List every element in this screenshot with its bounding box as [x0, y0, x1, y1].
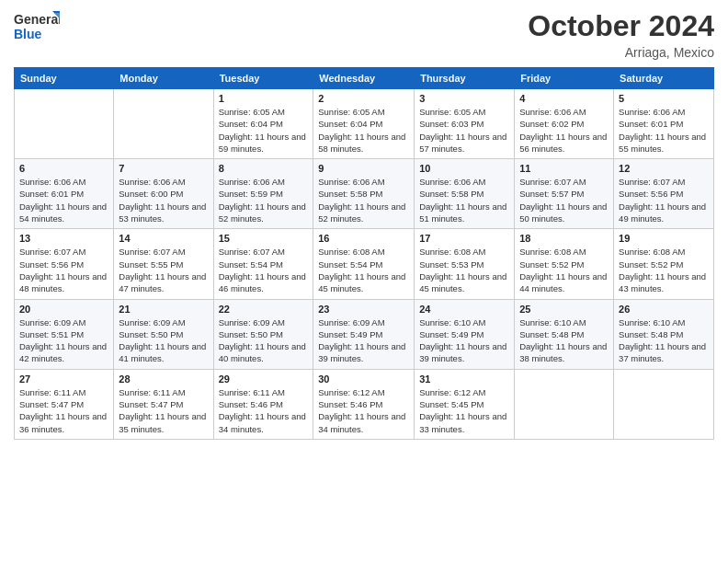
day-number: 9	[318, 163, 409, 174]
column-header-monday: Monday	[114, 68, 213, 89]
day-cell: 14Sunrise: 6:07 AM Sunset: 5:55 PM Dayli…	[114, 229, 213, 299]
day-info: Sunrise: 6:09 AM Sunset: 5:50 PM Dayligh…	[219, 316, 309, 365]
day-cell	[515, 369, 614, 439]
day-cell: 25Sunrise: 6:10 AM Sunset: 5:48 PM Dayli…	[515, 299, 614, 369]
day-cell: 11Sunrise: 6:07 AM Sunset: 5:57 PM Dayli…	[515, 159, 614, 229]
day-number: 7	[119, 163, 208, 174]
week-row-2: 6Sunrise: 6:06 AM Sunset: 6:01 PM Daylig…	[15, 159, 714, 229]
day-number: 30	[318, 373, 409, 385]
day-info: Sunrise: 6:12 AM Sunset: 5:45 PM Dayligh…	[419, 386, 509, 435]
calendar-table: SundayMondayTuesdayWednesdayThursdayFrid…	[14, 67, 714, 440]
header: General Blue October 2024 Arriaga, Mexic…	[14, 9, 714, 60]
day-info: Sunrise: 6:05 AM Sunset: 6:03 PM Dayligh…	[419, 106, 509, 155]
day-number: 4	[519, 93, 609, 104]
day-cell: 19Sunrise: 6:08 AM Sunset: 5:52 PM Dayli…	[614, 229, 714, 299]
day-number: 12	[619, 163, 709, 174]
day-cell: 4Sunrise: 6:06 AM Sunset: 6:02 PM Daylig…	[515, 89, 614, 159]
day-cell: 1Sunrise: 6:05 AM Sunset: 6:04 PM Daylig…	[213, 89, 313, 159]
day-info: Sunrise: 6:06 AM Sunset: 6:01 PM Dayligh…	[19, 176, 108, 224]
day-info: Sunrise: 6:06 AM Sunset: 6:02 PM Dayligh…	[519, 106, 609, 155]
day-info: Sunrise: 6:07 AM Sunset: 5:54 PM Dayligh…	[219, 246, 309, 294]
day-cell: 7Sunrise: 6:06 AM Sunset: 6:00 PM Daylig…	[114, 159, 213, 229]
day-number: 31	[419, 373, 509, 385]
day-cell: 29Sunrise: 6:11 AM Sunset: 5:46 PM Dayli…	[213, 369, 313, 439]
day-info: Sunrise: 6:08 AM Sunset: 5:53 PM Dayligh…	[419, 246, 509, 294]
day-cell: 20Sunrise: 6:09 AM Sunset: 5:51 PM Dayli…	[15, 299, 114, 369]
day-number: 14	[119, 233, 208, 244]
day-cell: 26Sunrise: 6:10 AM Sunset: 5:48 PM Dayli…	[614, 299, 714, 369]
day-info: Sunrise: 6:10 AM Sunset: 5:49 PM Dayligh…	[419, 316, 509, 365]
day-cell: 8Sunrise: 6:06 AM Sunset: 5:59 PM Daylig…	[213, 159, 313, 229]
day-number: 15	[219, 233, 309, 244]
day-number: 11	[519, 163, 609, 174]
day-info: Sunrise: 6:06 AM Sunset: 5:58 PM Dayligh…	[318, 176, 409, 224]
day-number: 25	[519, 304, 609, 315]
day-number: 20	[19, 304, 108, 315]
day-number: 10	[419, 163, 509, 174]
month-title: October 2024	[528, 9, 714, 43]
day-number: 13	[19, 233, 108, 244]
location-title: Arriaga, Mexico	[528, 45, 714, 60]
day-number: 16	[318, 233, 409, 244]
day-cell: 17Sunrise: 6:08 AM Sunset: 5:53 PM Dayli…	[415, 229, 515, 299]
day-cell: 21Sunrise: 6:09 AM Sunset: 5:50 PM Dayli…	[114, 299, 213, 369]
day-number: 1	[219, 93, 309, 104]
day-info: Sunrise: 6:11 AM Sunset: 5:47 PM Dayligh…	[119, 386, 208, 435]
day-cell	[114, 89, 213, 159]
week-row-1: 1Sunrise: 6:05 AM Sunset: 6:04 PM Daylig…	[15, 89, 714, 159]
day-info: Sunrise: 6:07 AM Sunset: 5:56 PM Dayligh…	[619, 176, 709, 224]
day-cell: 31Sunrise: 6:12 AM Sunset: 5:45 PM Dayli…	[415, 369, 515, 439]
day-cell: 3Sunrise: 6:05 AM Sunset: 6:03 PM Daylig…	[415, 89, 515, 159]
day-number: 18	[519, 233, 609, 244]
day-number: 26	[619, 304, 709, 315]
day-number: 2	[318, 93, 409, 104]
day-info: Sunrise: 6:08 AM Sunset: 5:52 PM Dayligh…	[619, 246, 709, 294]
day-cell: 28Sunrise: 6:11 AM Sunset: 5:47 PM Dayli…	[114, 369, 213, 439]
day-number: 6	[19, 163, 108, 174]
day-info: Sunrise: 6:06 AM Sunset: 5:59 PM Dayligh…	[219, 176, 309, 224]
svg-text:General: General	[14, 12, 60, 27]
column-header-friday: Friday	[515, 68, 614, 89]
day-cell	[614, 369, 714, 439]
logo-svg: General Blue	[14, 9, 60, 44]
day-info: Sunrise: 6:10 AM Sunset: 5:48 PM Dayligh…	[619, 316, 709, 365]
day-number: 22	[219, 304, 309, 315]
day-info: Sunrise: 6:09 AM Sunset: 5:49 PM Dayligh…	[318, 316, 409, 365]
logo: General Blue	[14, 9, 60, 44]
day-info: Sunrise: 6:06 AM Sunset: 6:00 PM Dayligh…	[119, 176, 208, 224]
day-number: 21	[119, 304, 208, 315]
day-cell: 10Sunrise: 6:06 AM Sunset: 5:58 PM Dayli…	[415, 159, 515, 229]
day-cell	[15, 89, 114, 159]
day-info: Sunrise: 6:10 AM Sunset: 5:48 PM Dayligh…	[519, 316, 609, 365]
day-number: 5	[619, 93, 709, 104]
day-cell: 24Sunrise: 6:10 AM Sunset: 5:49 PM Dayli…	[415, 299, 515, 369]
day-info: Sunrise: 6:06 AM Sunset: 5:58 PM Dayligh…	[419, 176, 509, 224]
day-number: 3	[419, 93, 509, 104]
day-info: Sunrise: 6:11 AM Sunset: 5:46 PM Dayligh…	[219, 386, 309, 435]
day-cell: 12Sunrise: 6:07 AM Sunset: 5:56 PM Dayli…	[614, 159, 714, 229]
day-number: 27	[19, 373, 108, 385]
page: General Blue October 2024 Arriaga, Mexic…	[0, 0, 728, 449]
day-info: Sunrise: 6:06 AM Sunset: 6:01 PM Dayligh…	[619, 106, 709, 155]
column-header-tuesday: Tuesday	[213, 68, 313, 89]
day-cell: 5Sunrise: 6:06 AM Sunset: 6:01 PM Daylig…	[614, 89, 714, 159]
day-cell: 2Sunrise: 6:05 AM Sunset: 6:04 PM Daylig…	[313, 89, 415, 159]
day-info: Sunrise: 6:07 AM Sunset: 5:57 PM Dayligh…	[519, 176, 609, 224]
svg-text:Blue: Blue	[14, 27, 42, 41]
day-info: Sunrise: 6:07 AM Sunset: 5:56 PM Dayligh…	[19, 246, 108, 294]
day-number: 23	[318, 304, 409, 315]
day-cell: 6Sunrise: 6:06 AM Sunset: 6:01 PM Daylig…	[15, 159, 114, 229]
day-cell: 18Sunrise: 6:08 AM Sunset: 5:52 PM Dayli…	[515, 229, 614, 299]
day-info: Sunrise: 6:07 AM Sunset: 5:55 PM Dayligh…	[119, 246, 208, 294]
day-number: 24	[419, 304, 509, 315]
column-header-wednesday: Wednesday	[313, 68, 415, 89]
week-row-3: 13Sunrise: 6:07 AM Sunset: 5:56 PM Dayli…	[15, 229, 714, 299]
day-info: Sunrise: 6:05 AM Sunset: 6:04 PM Dayligh…	[219, 106, 309, 155]
day-cell: 27Sunrise: 6:11 AM Sunset: 5:47 PM Dayli…	[15, 369, 114, 439]
day-cell: 9Sunrise: 6:06 AM Sunset: 5:58 PM Daylig…	[313, 159, 415, 229]
day-cell: 16Sunrise: 6:08 AM Sunset: 5:54 PM Dayli…	[313, 229, 415, 299]
week-row-5: 27Sunrise: 6:11 AM Sunset: 5:47 PM Dayli…	[15, 369, 714, 439]
week-row-4: 20Sunrise: 6:09 AM Sunset: 5:51 PM Dayli…	[15, 299, 714, 369]
day-cell: 13Sunrise: 6:07 AM Sunset: 5:56 PM Dayli…	[15, 229, 114, 299]
day-info: Sunrise: 6:09 AM Sunset: 5:50 PM Dayligh…	[119, 316, 208, 365]
